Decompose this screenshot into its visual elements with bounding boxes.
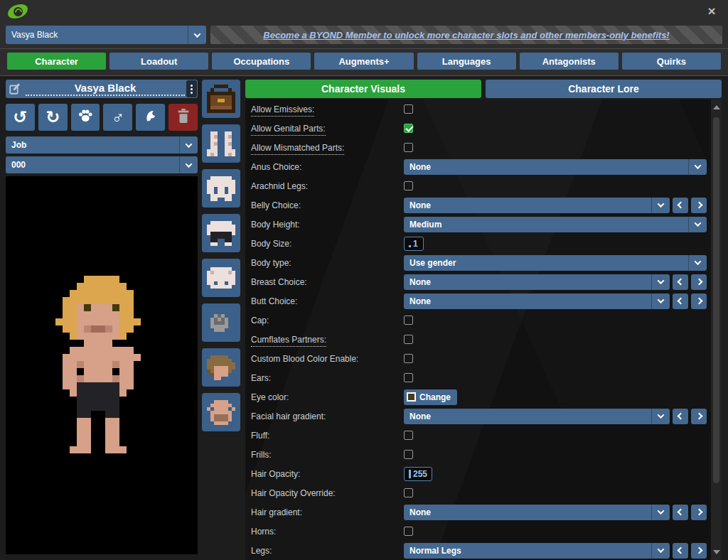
next-option-button-breast-choice[interactable] — [691, 274, 707, 290]
chevron-down-icon — [179, 156, 198, 173]
setting-row-body-type: Body type:Use gender — [245, 253, 711, 272]
redo-button[interactable]: ↻ — [38, 104, 68, 131]
select-butt-choice[interactable]: None — [404, 294, 670, 309]
top-chrome: × Vasya Black Become a BYOND Member to u… — [0, 0, 728, 76]
select-body-height[interactable]: Medium — [404, 217, 707, 232]
select-legs[interactable]: Normal Legs — [404, 543, 670, 559]
chevron-down-icon — [651, 294, 670, 309]
setting-control: 255 — [404, 466, 707, 482]
chevron-down-icon — [651, 274, 670, 290]
checkbox-custom-blood-color-enable[interactable] — [404, 354, 413, 363]
prev-option-button-hair-gradient[interactable] — [673, 505, 688, 520]
thumbnail-vest[interactable] — [202, 303, 240, 342]
checkbox-arachnid-legs[interactable] — [404, 181, 413, 190]
setting-row-anus-choice: Anus Choice:None — [245, 157, 711, 176]
next-option-button-butt-choice[interactable] — [691, 294, 707, 309]
select-facial-hair-gradient[interactable]: None — [404, 409, 670, 424]
tab-character-visuals[interactable]: Character Visuals — [245, 80, 481, 98]
setting-control: Use gender — [404, 255, 707, 271]
prev-option-button-legs[interactable] — [673, 543, 688, 559]
delete-button[interactable] — [168, 104, 198, 131]
checkbox-allow-genital-parts[interactable] — [404, 124, 413, 133]
checkbox-allow-mismatched-parts[interactable] — [404, 143, 413, 152]
chevron-down-icon — [695, 162, 702, 169]
settings-scrollbar[interactable] — [711, 99, 722, 560]
character-name[interactable]: Vasya Black — [26, 82, 185, 96]
change-color-button-eye-color[interactable]: Change — [404, 389, 457, 405]
setting-label: Breast Choice: — [251, 277, 404, 287]
checkbox-cap[interactable] — [404, 316, 413, 325]
character-slot-select[interactable]: Vasya Black — [6, 26, 206, 44]
thumbnail-face[interactable] — [202, 393, 240, 431]
tab-languages[interactable]: Languages — [417, 53, 516, 70]
checkbox-horns[interactable] — [404, 527, 413, 536]
setting-label: Cumflates Partners: — [251, 335, 404, 345]
main-tab-bar: CharacterLoadoutOccupationsAugments+Lang… — [7, 53, 721, 70]
edit-name-icon[interactable] — [6, 82, 24, 95]
tab-augments[interactable]: Augments+ — [314, 53, 413, 70]
setting-label: Ears: — [251, 373, 404, 383]
checkbox-frills[interactable] — [404, 450, 413, 459]
thumbnail-boots[interactable] — [202, 124, 240, 163]
setting-control — [404, 447, 707, 463]
tab-quirks[interactable]: Quirks — [622, 53, 721, 70]
job-select[interactable]: Job — [6, 136, 198, 154]
chevron-down-icon — [651, 543, 670, 559]
tab-occupations[interactable]: Occupations — [212, 53, 311, 70]
select-belly-choice[interactable]: None — [404, 198, 670, 213]
setting-control: Normal Legs — [404, 543, 707, 559]
prev-option-button-breast-choice[interactable] — [673, 274, 688, 290]
input-hair-opacity[interactable]: 255 — [404, 467, 432, 481]
setting-label: Facial hair gradient: — [251, 411, 404, 421]
setting-row-fluff: Fluff: — [245, 426, 711, 445]
prev-option-button-butt-choice[interactable] — [673, 294, 688, 309]
thumbnail-briefcase[interactable] — [202, 80, 240, 118]
checkbox-hair-opacity-override[interactable] — [404, 488, 413, 497]
species-paw-button[interactable] — [71, 104, 100, 131]
select-breast-choice[interactable]: None — [404, 274, 670, 290]
checkbox-cumflates-partners[interactable] — [404, 335, 413, 344]
setting-control — [404, 313, 707, 328]
next-option-button-legs[interactable] — [691, 543, 707, 559]
next-option-button-facial-hair-gradient[interactable] — [691, 409, 707, 424]
tab-antagonists[interactable]: Antagonists — [520, 53, 619, 70]
undo-button[interactable]: ↺ — [6, 104, 35, 131]
tab-character[interactable]: Character — [7, 53, 106, 70]
prev-option-button-belly-choice[interactable] — [673, 198, 688, 213]
select-body-type[interactable]: Use gender — [404, 255, 707, 271]
thumbnail-torso-outfit[interactable] — [202, 169, 240, 208]
name-options-button[interactable] — [186, 80, 197, 97]
scroll-down-icon[interactable] — [713, 550, 720, 554]
scroll-up-icon[interactable] — [713, 105, 720, 109]
setting-control — [404, 121, 707, 136]
thumbnail-shorts-outfit[interactable] — [202, 214, 240, 252]
checkbox-fluff[interactable] — [404, 431, 413, 440]
scrollbar-thumb[interactable] — [713, 117, 719, 483]
select-value: None — [404, 162, 688, 172]
setting-label: Frills: — [251, 450, 404, 460]
gender-male-button[interactable]: ♂ — [103, 104, 132, 131]
checkbox-allow-emissives[interactable] — [404, 104, 413, 114]
setting-control — [404, 428, 707, 443]
next-option-button-belly-choice[interactable] — [691, 198, 707, 213]
byond-member-link[interactable]: Become a BYOND Member to unlock more cha… — [263, 30, 669, 41]
next-option-button-hair-gradient[interactable] — [691, 505, 707, 520]
close-button[interactable]: × — [704, 4, 719, 19]
select-anus-choice[interactable]: None — [404, 159, 707, 175]
input-body-size[interactable]: 1 — [404, 237, 424, 251]
slot-number-select[interactable]: 000 — [6, 156, 198, 173]
tab-loadout[interactable]: Loadout — [109, 53, 208, 70]
checkbox-ears[interactable] — [404, 373, 413, 382]
setting-label: Anus Choice: — [251, 162, 404, 172]
setting-control — [404, 351, 707, 367]
setting-row-allow-emissives: Allow Emissives: — [245, 99, 711, 119]
thumbnail-hairstyle[interactable] — [202, 348, 240, 387]
setting-control — [404, 485, 707, 501]
hair-style-button[interactable] — [136, 104, 165, 131]
setting-row-legs: Legs:Normal Legs — [245, 541, 711, 560]
tab-character-lore[interactable]: Character Lore — [486, 80, 722, 98]
select-hair-gradient[interactable]: None — [404, 505, 670, 520]
setting-row-allow-mismatched-parts: Allow Mismatched Parts: — [245, 138, 711, 157]
thumbnail-torso-outfit-2[interactable] — [202, 259, 240, 297]
prev-option-button-facial-hair-gradient[interactable] — [673, 409, 688, 424]
